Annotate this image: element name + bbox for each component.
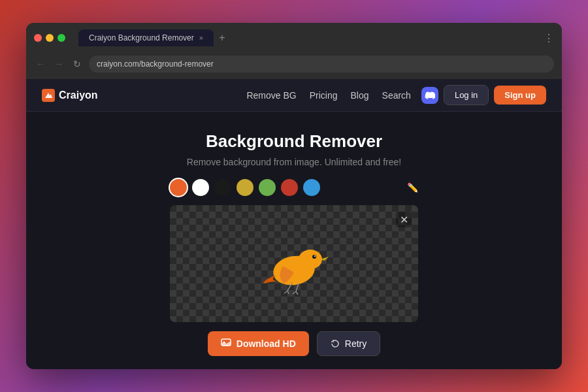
checkerboard-bg: ✕ bbox=[170, 205, 418, 322]
action-buttons: Download HD Retry bbox=[208, 331, 380, 356]
retry-button[interactable]: Retry bbox=[317, 331, 380, 356]
page-title: Background Remover bbox=[206, 131, 382, 152]
canvas-area: ✕ bbox=[170, 205, 418, 322]
nav-link-pricing[interactable]: Pricing bbox=[310, 90, 338, 101]
retry-label: Retry bbox=[345, 338, 367, 349]
color-swatch-red[interactable] bbox=[281, 179, 298, 196]
bird-svg bbox=[252, 228, 336, 300]
minimize-traffic-light[interactable] bbox=[46, 34, 54, 42]
browser-chrome: Craiyon Background Remover × + ⋮ ← → ↻ c… bbox=[26, 23, 562, 79]
color-swatch-white[interactable] bbox=[192, 179, 209, 196]
download-hd-button[interactable]: Download HD bbox=[208, 331, 309, 356]
color-swatch-gold[interactable] bbox=[237, 179, 253, 196]
retry-icon bbox=[331, 339, 340, 348]
nav-link-blog[interactable]: Blog bbox=[351, 90, 369, 101]
svg-point-2 bbox=[299, 250, 322, 269]
pencil-icon[interactable]: ✏️ bbox=[407, 182, 418, 193]
logo-text: Craiyon bbox=[59, 90, 98, 101]
new-tab-button[interactable]: + bbox=[214, 29, 230, 46]
browser-menu-button[interactable]: ⋮ bbox=[544, 32, 554, 44]
address-text: craiyon.com/background-remover bbox=[97, 59, 214, 69]
color-swatch-green[interactable] bbox=[259, 179, 276, 196]
close-button[interactable]: ✕ bbox=[396, 212, 412, 227]
website: Craiyon Remove BG Pricing Blog Search Lo… bbox=[26, 79, 562, 369]
svg-line-9 bbox=[293, 291, 296, 294]
forward-button[interactable]: → bbox=[52, 59, 65, 69]
download-icon bbox=[221, 338, 231, 349]
svg-line-8 bbox=[287, 291, 289, 294]
color-swatch-orange[interactable] bbox=[170, 179, 187, 196]
traffic-lights bbox=[34, 34, 65, 42]
svg-point-3 bbox=[312, 255, 316, 259]
main-content: Background Remover Remove background fro… bbox=[26, 112, 562, 369]
color-swatch-blue[interactable] bbox=[303, 179, 320, 196]
nav-link-search[interactable]: Search bbox=[382, 90, 411, 101]
close-traffic-light[interactable] bbox=[34, 34, 42, 42]
tab-close-btn[interactable]: × bbox=[199, 34, 203, 42]
discord-icon[interactable] bbox=[421, 87, 438, 104]
color-palette: ✏️ bbox=[170, 179, 418, 196]
signup-button[interactable]: Sign up bbox=[494, 86, 546, 105]
browser-toolbar: ← → ↻ craiyon.com/background-remover bbox=[26, 52, 562, 79]
svg-point-4 bbox=[314, 255, 316, 257]
nav-link-remove-bg[interactable]: Remove BG bbox=[246, 90, 296, 101]
svg-line-7 bbox=[284, 291, 287, 293]
tab-title: Craiyon Background Remover bbox=[89, 33, 194, 42]
active-tab[interactable]: Craiyon Background Remover × bbox=[78, 29, 214, 46]
browser-window: Craiyon Background Remover × + ⋮ ← → ↻ c… bbox=[26, 23, 562, 369]
page-subtitle: Remove background from image. Unlimited … bbox=[187, 157, 401, 167]
logo-icon bbox=[42, 89, 55, 102]
tab-bar: Craiyon Background Remover × + bbox=[78, 29, 537, 46]
nav-links: Remove BG Pricing Blog Search bbox=[246, 90, 410, 101]
maximize-traffic-light[interactable] bbox=[57, 34, 65, 42]
login-button[interactable]: Log in bbox=[444, 85, 489, 105]
address-bar[interactable]: craiyon.com/background-remover bbox=[89, 56, 554, 73]
site-nav: Craiyon Remove BG Pricing Blog Search Lo… bbox=[26, 79, 562, 112]
bird-image bbox=[252, 228, 336, 300]
download-label: Download HD bbox=[237, 338, 296, 349]
svg-line-10 bbox=[296, 291, 298, 295]
svg-line-6 bbox=[296, 284, 299, 291]
reload-button[interactable]: ↻ bbox=[71, 59, 84, 69]
browser-titlebar: Craiyon Background Remover × + ⋮ bbox=[26, 23, 562, 52]
back-button[interactable]: ← bbox=[34, 59, 47, 69]
logo[interactable]: Craiyon bbox=[42, 89, 98, 102]
color-swatch-black[interactable] bbox=[214, 179, 231, 196]
